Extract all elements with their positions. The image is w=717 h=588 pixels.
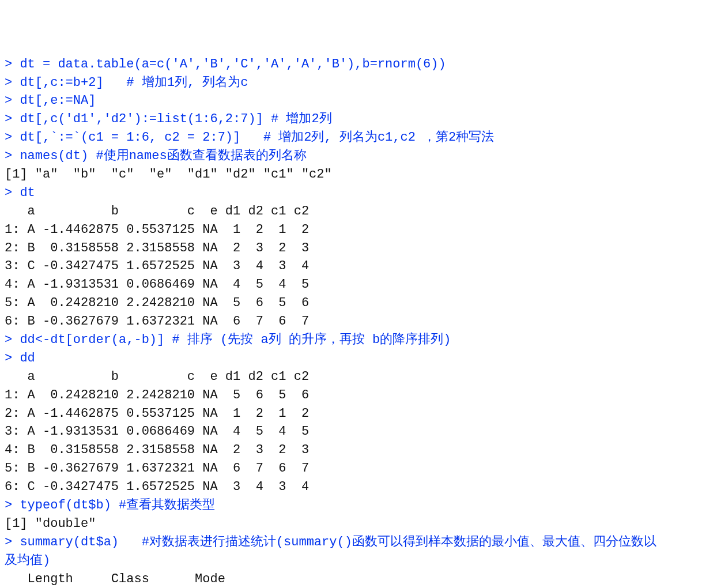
console-out-line: 4: A -1.9313531 0.0686469 NA 4 5 4 5 — [5, 276, 712, 294]
console-prompt: > — [5, 112, 20, 126]
console-cmd-line: > dt = data.table(a=c('A','B','C','A','A… — [5, 55, 712, 74]
console-prompt: > — [5, 57, 20, 71]
console-out-line: 5: A 0.2428210 2.2428210 NA 5 6 5 6 — [5, 294, 712, 312]
console-out-line: 6: C -0.3427475 1.6572525 NA 3 4 3 4 — [5, 478, 712, 496]
console-out-text: [1] "a" "b" "c" "e" "d1" "d2" "c1" "c2" — [5, 167, 332, 182]
console-prompt: > — [5, 76, 20, 90]
console-out-line: Length Class Mode — [5, 570, 712, 588]
console-out-line: 2: B 0.3158558 2.3158558 NA 2 3 2 3 — [5, 239, 712, 258]
console-cmd-text: dt[,c('d1','d2'):=list(1:6,2:7)] # 增加2列 — [20, 112, 331, 126]
console-cmd-text: 及均值) — [5, 553, 50, 568]
console-prompt: > — [5, 351, 20, 365]
console-out-line: 2: A -1.4462875 0.5537125 NA 1 2 1 2 — [5, 405, 712, 423]
console-out-line: 4: B 0.3158558 2.3158558 NA 2 3 2 3 — [5, 441, 712, 459]
console-out-line: a b c e d1 d2 c1 c2 — [5, 202, 712, 221]
console-cmd-line: > dt[,e:=NA] — [5, 92, 712, 110]
console-out-line: a b c e d1 d2 c1 c2 — [5, 368, 712, 386]
console-out-text: 3: C -0.3427475 1.6572525 NA 3 4 3 4 — [5, 259, 309, 273]
console-cmd-line: > dd — [5, 349, 712, 368]
console-out-line: 3: A -1.9313531 0.0686469 NA 4 5 4 5 — [5, 423, 712, 441]
console-prompt: > — [5, 93, 20, 108]
console-prompt: > — [5, 535, 20, 549]
console-out-line: [1] "double" — [5, 515, 712, 533]
console-out-text: 4: A -1.9313531 0.0686469 NA 4 5 4 5 — [5, 277, 309, 292]
console-cmd-line: > dt[,c('d1','d2'):=list(1:6,2:7)] # 增加2… — [5, 110, 712, 129]
console-out-line: 5: B -0.3627679 1.6372321 NA 6 7 6 7 — [5, 459, 712, 478]
console-cmd-text: dt = data.table(a=c('A','B','C','A','A',… — [20, 57, 446, 71]
console-prompt: > — [5, 186, 20, 200]
console-out-text: 1: A 0.2428210 2.2428210 NA 5 6 5 6 — [5, 388, 309, 402]
console-cmd-text: typeof(dt$b) #查看其数据类型 — [20, 498, 215, 512]
console-cmd-line: > names(dt) #使用names函数查看数据表的列名称 — [5, 147, 712, 165]
console-cmd-text: dt[,`:=`(c1 = 1:6, c2 = 2:7)] # 增加2列, 列名… — [20, 130, 494, 145]
console-cmd-line: > dt[,`:=`(c1 = 1:6, c2 = 2:7)] # 增加2列, … — [5, 129, 712, 147]
console-out-line: 1: A 0.2428210 2.2428210 NA 5 6 5 6 — [5, 386, 712, 405]
console-out-line: 3: C -0.3427475 1.6572525 NA 3 4 3 4 — [5, 257, 712, 276]
console-cmd-text: dd — [20, 351, 35, 365]
console-out-text: 5: A 0.2428210 2.2428210 NA 5 6 5 6 — [5, 296, 309, 310]
console-prompt: > — [5, 130, 20, 145]
console-cmd-text: dt[,c:=b+2] # 增加1列, 列名为c — [20, 76, 248, 90]
console-out-line: 6: B -0.3627679 1.6372321 NA 6 7 6 7 — [5, 312, 712, 331]
r-console: > dt = data.table(a=c('A','B','C','A','A… — [5, 55, 712, 588]
console-out-text: 1: A -1.4462875 0.5537125 NA 1 2 1 2 — [5, 223, 309, 237]
console-out-text: Length Class Mode — [5, 572, 233, 586]
console-out-line: 1: A -1.4462875 0.5537125 NA 1 2 1 2 — [5, 221, 712, 239]
console-out-text: a b c e d1 d2 c1 c2 — [5, 370, 309, 384]
console-cmd-text: names(dt) #使用names函数查看数据表的列名称 — [20, 149, 306, 163]
console-cmd-text: dt[,e:=NA] — [20, 93, 96, 108]
console-prompt: > — [5, 333, 20, 347]
console-cmd-line: 及均值) — [5, 552, 712, 570]
console-out-text: a b c e d1 d2 c1 c2 — [5, 204, 309, 218]
console-out-text: 4: B 0.3158558 2.3158558 NA 2 3 2 3 — [5, 443, 309, 457]
console-out-text: 2: A -1.4462875 0.5537125 NA 1 2 1 2 — [5, 406, 309, 421]
console-out-text: 3: A -1.9313531 0.0686469 NA 4 5 4 5 — [5, 424, 309, 439]
console-out-text: 6: B -0.3627679 1.6372321 NA 6 7 6 7 — [5, 314, 309, 329]
console-out-text: [1] "double" — [5, 517, 96, 531]
console-cmd-line: > dd<-dt[order(a,-b)] # 排序 (先按 a列 的升序，再按… — [5, 331, 712, 349]
console-cmd-line: > summary(dt$a) #对数据表进行描述统计(summary()函数可… — [5, 533, 712, 552]
console-prompt: > — [5, 498, 20, 512]
console-out-text: 2: B 0.3158558 2.3158558 NA 2 3 2 3 — [5, 241, 309, 255]
console-cmd-text: dt — [20, 186, 35, 200]
console-cmd-line: > typeof(dt$b) #查看其数据类型 — [5, 496, 712, 515]
console-cmd-line: > dt[,c:=b+2] # 增加1列, 列名为c — [5, 74, 712, 92]
console-cmd-text: dd<-dt[order(a,-b)] # 排序 (先按 a列 的升序，再按 b… — [20, 333, 451, 347]
console-out-line: [1] "a" "b" "c" "e" "d1" "d2" "c1" "c2" — [5, 165, 712, 184]
console-prompt: > — [5, 149, 20, 163]
console-out-text: 6: C -0.3427475 1.6572525 NA 3 4 3 4 — [5, 480, 309, 494]
console-cmd-line: > dt — [5, 184, 712, 202]
console-out-text: 5: B -0.3627679 1.6372321 NA 6 7 6 7 — [5, 461, 309, 476]
console-cmd-text: summary(dt$a) #对数据表进行描述统计(summary()函数可以得… — [20, 535, 656, 549]
